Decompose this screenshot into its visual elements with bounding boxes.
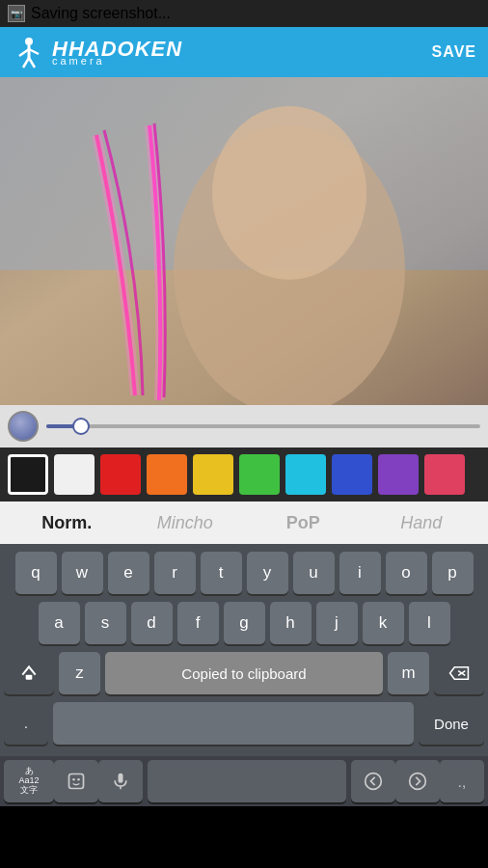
svg-point-0 [25,38,33,45]
color-swatch-orange[interactable] [147,454,187,495]
key-e[interactable]: e [108,552,149,594]
emoji-icon [67,772,86,791]
key-z[interactable]: z [59,652,100,694]
color-swatch-white[interactable] [54,454,95,495]
slider-handle[interactable] [72,418,90,435]
font-selector: Norm.MinchoPoPHand [0,502,488,544]
key-h[interactable]: h [270,602,312,644]
keyboard-row-3: zCopied to clipboardm [4,652,484,694]
microphone-icon [111,772,130,791]
keyboard-row-1: qwertyuiop [4,552,484,594]
emoji-key[interactable] [54,760,98,802]
app-header: HHADOKEN camera SAVE [0,27,488,77]
logo-icon [12,35,46,69]
svg-point-19 [366,773,382,790]
key-u[interactable]: u [293,552,335,594]
shift-icon [19,664,39,683]
key-j[interactable]: j [316,602,358,644]
brush-size-indicator [8,411,39,442]
color-swatch-red[interactable] [100,454,141,495]
slider-track[interactable] [46,424,480,428]
key-y[interactable]: y [247,552,288,594]
key-q[interactable]: q [15,552,57,594]
left-arrow-icon [364,772,383,791]
punctuation-label: ., [458,773,466,790]
status-bar: 📷 Saving screenshot... [0,0,488,27]
key-p[interactable]: p [432,552,474,594]
language-key[interactable]: あAa12文字 [4,760,54,802]
done-key[interactable]: Done [419,702,484,745]
svg-marker-11 [450,667,469,680]
svg-rect-14 [69,774,84,789]
font-option-mincho[interactable]: Mincho [126,505,245,541]
cursor-right-key[interactable] [395,760,440,802]
key-t[interactable]: t [201,552,242,594]
screenshot-icon: 📷 [8,5,25,22]
space-key[interactable] [148,760,346,802]
logo-area: HHADOKEN camera [12,35,182,69]
key-f[interactable]: f [177,602,219,644]
key-d[interactable]: d [131,602,173,644]
clipboard-toast: Copied to clipboard [105,652,383,694]
svg-line-5 [29,58,35,68]
keyboard: qwertyuiop asdfghjkl zCopied to clipboar… [0,544,488,756]
keyboard-row-2: asdfghjkl [4,602,484,644]
cursor-left-key[interactable] [351,760,395,802]
svg-point-16 [77,778,80,781]
font-option-pop[interactable]: PoP [244,505,363,541]
svg-point-9 [212,106,366,280]
color-swatch-yellow[interactable] [193,454,233,495]
photo-area [0,77,488,405]
keyboard-bottom-row: あAa12文字 ., [0,756,488,806]
svg-point-15 [72,778,75,781]
keyboard-done-row: .Done [4,702,484,745]
status-text: Saving screenshot... [31,5,171,22]
key-l[interactable]: l [409,602,450,644]
color-swatch-cyan[interactable] [285,454,326,495]
svg-point-20 [410,773,426,790]
delete-key[interactable] [434,652,484,694]
logo-text: HHADOKEN camera [52,39,182,67]
delete-icon [448,665,470,682]
key-o[interactable]: o [386,552,427,594]
color-swatch-blue[interactable] [332,454,372,495]
key-a[interactable]: a [39,602,80,644]
key-i[interactable]: i [339,552,381,594]
punctuation-key[interactable]: ., [440,760,484,802]
color-palette [0,448,488,502]
key-r[interactable]: r [154,552,196,594]
key-g[interactable]: g [224,602,265,644]
dot-key[interactable]: . [4,702,48,745]
photo-overlay [0,77,488,405]
key-w[interactable]: w [62,552,103,594]
svg-line-4 [23,58,29,68]
color-swatch-black[interactable] [8,454,48,495]
slider-area[interactable] [0,405,488,448]
color-swatch-purple[interactable] [378,454,419,495]
space-bar[interactable] [53,702,414,745]
key-k[interactable]: k [363,602,404,644]
microphone-key[interactable] [98,760,143,802]
font-option-hand[interactable]: Hand [363,505,481,541]
key-m[interactable]: m [388,652,429,694]
svg-rect-17 [119,773,123,783]
save-button[interactable]: SAVE [432,43,476,61]
color-swatch-pink[interactable] [424,454,465,495]
font-option-norm[interactable]: Norm. [8,505,126,541]
color-swatch-green[interactable] [239,454,280,495]
svg-rect-10 [26,675,33,680]
key-s[interactable]: s [85,602,126,644]
logo-subtitle: camera [52,56,182,67]
right-arrow-icon [408,772,427,791]
shift-key[interactable] [4,652,54,694]
